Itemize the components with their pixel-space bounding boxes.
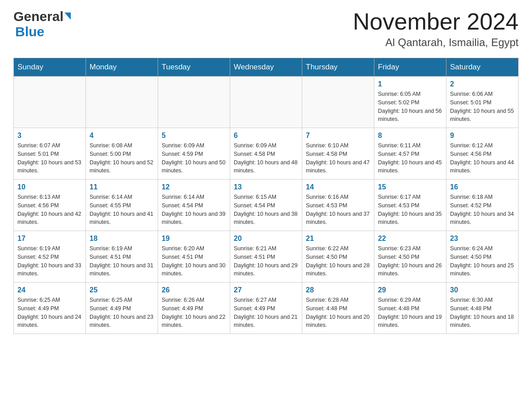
logo-triangle-icon	[64, 13, 71, 20]
week-row-3: 10Sunrise: 6:13 AMSunset: 4:56 PMDayligh…	[14, 180, 519, 231]
weekday-header-friday: Friday	[374, 58, 446, 77]
day-info: Sunrise: 6:28 AMSunset: 4:48 PMDaylight:…	[306, 296, 370, 330]
day-info: Sunrise: 6:18 AMSunset: 4:52 PMDaylight:…	[450, 193, 515, 227]
day-number: 12	[162, 183, 226, 191]
weekday-header-row: SundayMondayTuesdayWednesdayThursdayFrid…	[14, 58, 519, 77]
day-number: 8	[378, 132, 442, 140]
day-info: Sunrise: 6:24 AMSunset: 4:50 PMDaylight:…	[450, 244, 515, 278]
day-info: Sunrise: 6:21 AMSunset: 4:51 PMDaylight:…	[234, 244, 298, 278]
day-info: Sunrise: 6:25 AMSunset: 4:49 PMDaylight:…	[90, 296, 154, 330]
calendar-cell	[302, 77, 374, 128]
calendar-cell: 19Sunrise: 6:20 AMSunset: 4:51 PMDayligh…	[158, 231, 230, 283]
day-info: Sunrise: 6:30 AMSunset: 4:48 PMDaylight:…	[450, 296, 515, 330]
day-info: Sunrise: 6:25 AMSunset: 4:49 PMDaylight:…	[17, 296, 82, 330]
calendar-cell: 28Sunrise: 6:28 AMSunset: 4:48 PMDayligh…	[302, 283, 374, 334]
page-header: General Blue November 2024 Al Qantarah, …	[13, 9, 519, 49]
day-info: Sunrise: 6:05 AMSunset: 5:02 PMDaylight:…	[378, 90, 442, 124]
calendar-cell: 29Sunrise: 6:29 AMSunset: 4:48 PMDayligh…	[374, 283, 446, 334]
day-info: Sunrise: 6:12 AMSunset: 4:56 PMDaylight:…	[450, 141, 515, 175]
weekday-header-wednesday: Wednesday	[230, 58, 302, 77]
day-number: 29	[378, 286, 442, 294]
day-number: 15	[378, 183, 442, 191]
calendar-cell: 18Sunrise: 6:19 AMSunset: 4:51 PMDayligh…	[86, 231, 158, 283]
calendar-cell: 15Sunrise: 6:17 AMSunset: 4:53 PMDayligh…	[374, 180, 446, 231]
day-info: Sunrise: 6:19 AMSunset: 4:52 PMDaylight:…	[17, 244, 82, 278]
calendar-cell: 21Sunrise: 6:22 AMSunset: 4:50 PMDayligh…	[302, 231, 374, 283]
day-info: Sunrise: 6:20 AMSunset: 4:51 PMDaylight:…	[162, 244, 226, 278]
weekday-header-tuesday: Tuesday	[158, 58, 230, 77]
calendar-cell: 8Sunrise: 6:11 AMSunset: 4:57 PMDaylight…	[374, 128, 446, 180]
calendar-cell: 5Sunrise: 6:09 AMSunset: 4:59 PMDaylight…	[158, 128, 230, 180]
calendar-cell	[230, 77, 302, 128]
day-info: Sunrise: 6:09 AMSunset: 4:58 PMDaylight:…	[234, 141, 298, 175]
logo-general-text: General	[13, 9, 64, 24]
day-number: 4	[90, 132, 154, 140]
day-info: Sunrise: 6:13 AMSunset: 4:56 PMDaylight:…	[17, 193, 82, 227]
day-info: Sunrise: 6:29 AMSunset: 4:48 PMDaylight:…	[378, 296, 442, 330]
title-section: November 2024 Al Qantarah, Ismailia, Egy…	[353, 9, 519, 49]
calendar-cell: 17Sunrise: 6:19 AMSunset: 4:52 PMDayligh…	[14, 231, 86, 283]
day-number: 20	[234, 235, 298, 243]
calendar-cell: 16Sunrise: 6:18 AMSunset: 4:52 PMDayligh…	[446, 180, 519, 231]
day-number: 11	[90, 183, 154, 191]
day-number: 26	[162, 286, 226, 294]
day-info: Sunrise: 6:07 AMSunset: 5:01 PMDaylight:…	[17, 141, 82, 175]
week-row-2: 3Sunrise: 6:07 AMSunset: 5:01 PMDaylight…	[14, 128, 519, 180]
logo-blue-text: Blue	[15, 24, 44, 39]
calendar-cell	[14, 77, 86, 128]
day-info: Sunrise: 6:17 AMSunset: 4:53 PMDaylight:…	[378, 193, 442, 227]
day-info: Sunrise: 6:14 AMSunset: 4:55 PMDaylight:…	[90, 193, 154, 227]
day-number: 1	[378, 80, 442, 88]
day-info: Sunrise: 6:06 AMSunset: 5:01 PMDaylight:…	[450, 90, 515, 124]
logo: General Blue	[13, 9, 71, 39]
calendar-cell: 2Sunrise: 6:06 AMSunset: 5:01 PMDaylight…	[446, 77, 519, 128]
calendar-cell: 10Sunrise: 6:13 AMSunset: 4:56 PMDayligh…	[14, 180, 86, 231]
day-info: Sunrise: 6:16 AMSunset: 4:53 PMDaylight:…	[306, 193, 370, 227]
calendar-cell: 24Sunrise: 6:25 AMSunset: 4:49 PMDayligh…	[14, 283, 86, 334]
day-number: 25	[90, 286, 154, 294]
calendar-cell: 1Sunrise: 6:05 AMSunset: 5:02 PMDaylight…	[374, 77, 446, 128]
calendar-cell: 6Sunrise: 6:09 AMSunset: 4:58 PMDaylight…	[230, 128, 302, 180]
calendar-cell: 4Sunrise: 6:08 AMSunset: 5:00 PMDaylight…	[86, 128, 158, 180]
weekday-header-sunday: Sunday	[14, 58, 86, 77]
calendar-cell: 26Sunrise: 6:26 AMSunset: 4:49 PMDayligh…	[158, 283, 230, 334]
calendar-cell	[86, 77, 158, 128]
calendar-cell: 25Sunrise: 6:25 AMSunset: 4:49 PMDayligh…	[86, 283, 158, 334]
day-number: 2	[450, 80, 515, 88]
day-number: 27	[234, 286, 298, 294]
month-title: November 2024	[353, 9, 519, 34]
day-number: 5	[162, 132, 226, 140]
day-number: 9	[450, 132, 515, 140]
calendar-cell: 13Sunrise: 6:15 AMSunset: 4:54 PMDayligh…	[230, 180, 302, 231]
day-number: 16	[450, 183, 515, 191]
calendar-cell: 20Sunrise: 6:21 AMSunset: 4:51 PMDayligh…	[230, 231, 302, 283]
day-info: Sunrise: 6:19 AMSunset: 4:51 PMDaylight:…	[90, 244, 154, 278]
calendar-table: SundayMondayTuesdayWednesdayThursdayFrid…	[13, 58, 519, 334]
calendar-cell: 30Sunrise: 6:30 AMSunset: 4:48 PMDayligh…	[446, 283, 519, 334]
day-info: Sunrise: 6:23 AMSunset: 4:50 PMDaylight:…	[378, 244, 442, 278]
day-number: 14	[306, 183, 370, 191]
day-number: 7	[306, 132, 370, 140]
calendar-cell: 23Sunrise: 6:24 AMSunset: 4:50 PMDayligh…	[446, 231, 519, 283]
weekday-header-thursday: Thursday	[302, 58, 374, 77]
day-number: 23	[450, 235, 515, 243]
calendar-cell: 11Sunrise: 6:14 AMSunset: 4:55 PMDayligh…	[86, 180, 158, 231]
day-info: Sunrise: 6:14 AMSunset: 4:54 PMDaylight:…	[162, 193, 226, 227]
week-row-5: 24Sunrise: 6:25 AMSunset: 4:49 PMDayligh…	[14, 283, 519, 334]
day-info: Sunrise: 6:09 AMSunset: 4:59 PMDaylight:…	[162, 141, 226, 175]
day-number: 21	[306, 235, 370, 243]
day-number: 19	[162, 235, 226, 243]
day-info: Sunrise: 6:08 AMSunset: 5:00 PMDaylight:…	[90, 141, 154, 175]
calendar-cell: 27Sunrise: 6:27 AMSunset: 4:49 PMDayligh…	[230, 283, 302, 334]
day-number: 22	[378, 235, 442, 243]
day-number: 13	[234, 183, 298, 191]
day-number: 3	[17, 132, 82, 140]
weekday-header-saturday: Saturday	[446, 58, 519, 77]
week-row-4: 17Sunrise: 6:19 AMSunset: 4:52 PMDayligh…	[14, 231, 519, 283]
day-info: Sunrise: 6:22 AMSunset: 4:50 PMDaylight:…	[306, 244, 370, 278]
calendar-cell: 12Sunrise: 6:14 AMSunset: 4:54 PMDayligh…	[158, 180, 230, 231]
calendar-cell	[158, 77, 230, 128]
location-title: Al Qantarah, Ismailia, Egypt	[353, 36, 519, 49]
day-number: 6	[234, 132, 298, 140]
day-number: 10	[17, 183, 82, 191]
